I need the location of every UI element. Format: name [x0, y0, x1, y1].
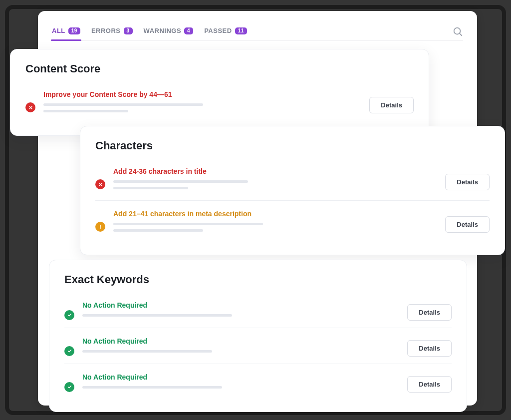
tab-warnings[interactable]: WARNINGS 4	[144, 25, 194, 37]
tab-bar: ALL 19 ERRORS 3 WARNINGS 4 PASSED 11	[52, 25, 463, 41]
tab-label: ALL	[52, 27, 65, 34]
details-button[interactable]: Details	[407, 304, 452, 321]
details-button[interactable]: Details	[445, 174, 490, 190]
issue-body: Improve your Content Score by 44—61	[43, 90, 361, 116]
placeholder-line	[113, 187, 188, 189]
placeholder-line	[113, 180, 248, 183]
search-icon[interactable]	[452, 26, 463, 37]
details-button[interactable]: Details	[407, 340, 452, 357]
issue-title: Improve your Content Score by 44—61	[43, 90, 361, 98]
error-icon	[25, 102, 35, 112]
section-title: Content Score	[25, 62, 414, 75]
details-button[interactable]: Details	[445, 216, 490, 233]
issue-row: Add 24-36 characters in title Details	[95, 161, 490, 200]
details-button[interactable]: Details	[369, 97, 414, 113]
error-icon	[95, 179, 105, 189]
section-characters: Characters Add 24-36 characters in title…	[80, 126, 505, 255]
issue-body: No Action Required	[82, 301, 399, 321]
issue-title: Add 24-36 characters in title	[113, 167, 437, 175]
tab-passed[interactable]: PASSED 11	[204, 25, 247, 37]
issue-row: No Action Required Details	[64, 295, 452, 328]
placeholder-line	[82, 386, 222, 389]
placeholder-line	[82, 314, 232, 317]
placeholder-line	[43, 103, 203, 106]
tab-count-badge: 4	[184, 27, 193, 34]
placeholder-line	[82, 350, 212, 353]
issue-body: No Action Required	[82, 373, 399, 393]
section-title: Exact Keywords	[64, 273, 452, 286]
section-content-score: Content Score Improve your Content Score…	[10, 49, 429, 136]
issue-body: No Action Required	[82, 337, 399, 357]
tab-count-badge: 19	[68, 27, 80, 34]
tab-label: ERRORS	[91, 27, 121, 34]
issue-row: ! Add 21–41 characters in meta descripti…	[95, 200, 490, 243]
section-title: Characters	[95, 139, 490, 152]
section-exact-keywords: Exact Keywords No Action Required Detail…	[49, 260, 467, 412]
issue-title: No Action Required	[82, 301, 399, 309]
issue-body: Add 24-36 characters in title	[113, 167, 437, 193]
issue-title: Add 21–41 characters in meta description	[113, 210, 437, 218]
tab-count-badge: 11	[235, 27, 247, 34]
placeholder-line	[43, 110, 128, 112]
tab-label: PASSED	[204, 27, 232, 34]
tab-label: WARNINGS	[144, 27, 182, 34]
issue-row: No Action Required Details	[64, 328, 452, 364]
placeholder-line	[113, 223, 263, 225]
check-icon	[64, 310, 74, 320]
tab-errors[interactable]: ERRORS 3	[91, 25, 133, 37]
warning-icon: !	[95, 222, 105, 232]
issue-row: No Action Required Details	[64, 364, 452, 400]
check-icon	[64, 346, 74, 356]
issue-title: No Action Required	[82, 373, 399, 381]
issue-body: Add 21–41 characters in meta description	[113, 210, 437, 236]
details-button[interactable]: Details	[407, 376, 452, 393]
tab-all[interactable]: ALL 19	[52, 25, 80, 37]
tab-count-badge: 3	[124, 27, 133, 34]
svg-line-1	[460, 33, 462, 35]
placeholder-line	[113, 229, 203, 232]
check-icon	[64, 382, 74, 392]
issue-row: Improve your Content Score by 44—61 Deta…	[25, 84, 414, 123]
issue-title: No Action Required	[82, 337, 399, 345]
